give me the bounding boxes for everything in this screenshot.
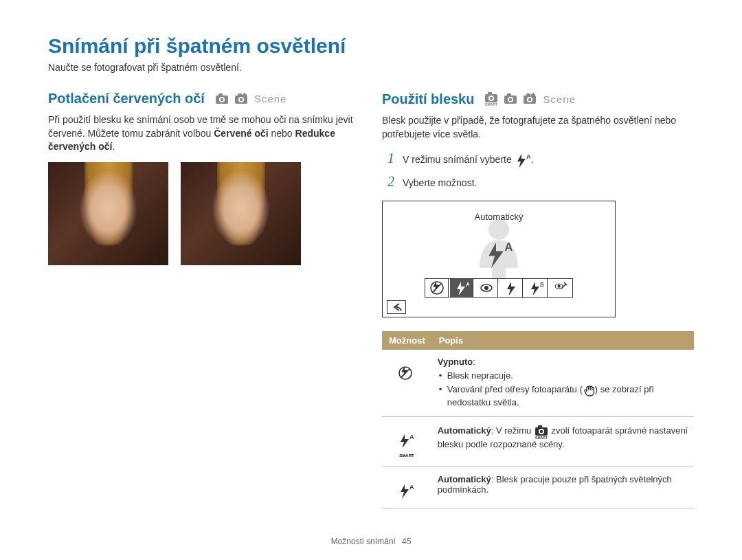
camera-smart-icon bbox=[484, 91, 499, 107]
right-column: Použití blesku Scene Blesk použijte v př… bbox=[382, 91, 694, 508]
step-text: Vyberte možnost. bbox=[403, 177, 477, 188]
redeye-fix-option[interactable] bbox=[549, 279, 572, 297]
flash-auto-icon bbox=[398, 484, 416, 499]
table-row: Vypnuto: Blesk nepracuje. Varování před … bbox=[382, 350, 694, 416]
camera-icon bbox=[503, 92, 518, 106]
flash-auto-option[interactable] bbox=[450, 279, 473, 297]
sample-photo-redeye bbox=[48, 162, 168, 265]
table-row: Automatický: Blesk pracuje pouze při špa… bbox=[382, 467, 694, 508]
scene-mode-label: Scene bbox=[254, 93, 287, 104]
flash-description: Blesk použijte v případě, že fotografuje… bbox=[382, 114, 694, 141]
redeye-option[interactable] bbox=[475, 279, 498, 297]
flash-fill-option[interactable] bbox=[499, 279, 523, 297]
camera-plus-icon bbox=[522, 92, 539, 106]
flash-slow-option[interactable] bbox=[524, 279, 548, 297]
footer-section: Možnosti snímání bbox=[331, 537, 396, 546]
mode-icons: Scene bbox=[214, 92, 287, 106]
redeye-description: Při použití blesku ke snímání osob ve tm… bbox=[48, 113, 360, 154]
step-number: 2 bbox=[382, 174, 394, 190]
col-desc-header: Popis bbox=[432, 331, 694, 350]
left-column: Potlačení červených očí Scene Při použit… bbox=[48, 91, 360, 508]
section-title-redeye: Potlačení červených očí bbox=[48, 91, 205, 107]
page-intro: Naučte se fotografovat při špatném osvět… bbox=[48, 62, 694, 73]
desc-bullet: Blesk nepracuje. bbox=[438, 370, 688, 382]
flash-off-icon bbox=[398, 366, 415, 383]
scene-mode-label: Scene bbox=[543, 93, 576, 105]
page-footer: Možnosti snímání 45 bbox=[331, 537, 412, 546]
step-1: 1 V režimu snímání vyberte . bbox=[382, 150, 694, 167]
camera-smart-icon bbox=[534, 424, 549, 439]
col-option-header: Možnost bbox=[382, 331, 432, 350]
lcd-options-bar bbox=[425, 278, 573, 298]
desc-bullet: Varování před otřesy fotoaparátu () se z… bbox=[438, 383, 688, 408]
table-row: SMART Automatický: V režimu zvolí fotoap… bbox=[382, 417, 694, 467]
hand-shake-icon bbox=[583, 384, 595, 396]
step-number: 1 bbox=[382, 150, 394, 166]
flash-auto-large-icon bbox=[484, 241, 514, 269]
mode-icons: Scene bbox=[484, 91, 576, 107]
lcd-mode-label: Automatický bbox=[475, 212, 524, 222]
flash-auto-icon bbox=[515, 153, 531, 167]
step-2: 2 Vyberte možnost. bbox=[382, 174, 694, 190]
section-title-flash: Použití blesku bbox=[382, 91, 474, 107]
page-title: Snímání při špatném osvětlení bbox=[48, 34, 694, 58]
svg-text:SMART: SMART bbox=[400, 453, 415, 458]
camera-plus-icon bbox=[234, 92, 250, 106]
smart-label-icon: SMART bbox=[398, 452, 416, 458]
steps-list: 1 V režimu snímání vyberte . 2 Vyberte m… bbox=[382, 150, 694, 190]
sample-photo-fixed bbox=[181, 162, 301, 265]
camera-icon bbox=[214, 92, 229, 106]
options-table: Možnost Popis Vypnuto: Blesk nepracuje. … bbox=[382, 331, 694, 508]
lcd-preview: Automatický bbox=[382, 201, 616, 317]
page-number: 45 bbox=[402, 537, 411, 546]
step-text: V režimu snímání vyberte bbox=[403, 154, 515, 165]
back-button[interactable] bbox=[387, 300, 406, 314]
flash-off-option[interactable] bbox=[425, 279, 449, 297]
flash-auto-icon bbox=[398, 434, 416, 447]
